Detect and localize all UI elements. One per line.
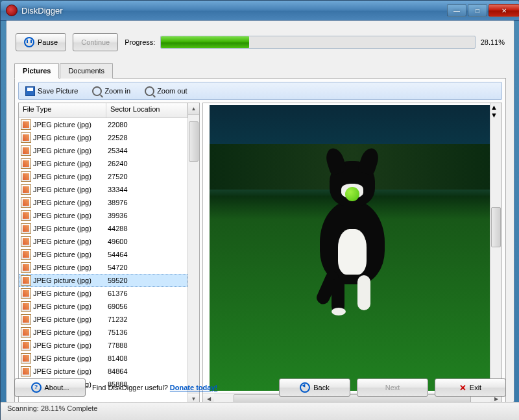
titlebar[interactable]: DiskDigger — □ ✕ — [1, 1, 519, 21]
col-header-sector[interactable]: Sector Location — [106, 103, 187, 117]
sector-cell: 59520 — [104, 277, 187, 284]
minimize-button[interactable]: — — [447, 4, 466, 17]
tab-documents[interactable]: Documents — [60, 63, 113, 79]
file-icon — [21, 145, 31, 156]
file-row[interactable]: JPEG picture (jpg)44288 — [19, 222, 187, 235]
donate-prompt: Find DiskDigger useful? Donate today! — [92, 384, 217, 391]
progress-label: Progress: — [125, 38, 155, 46]
continue-button[interactable]: Continue — [73, 33, 118, 51]
scroll-up-icon[interactable]: ▲ — [490, 103, 501, 111]
close-button[interactable]: ✕ — [489, 4, 519, 17]
file-type-cell: JPEG picture (jpg) — [33, 199, 91, 206]
sector-cell: 39936 — [104, 212, 187, 219]
scroll-up-icon[interactable]: ▲ — [188, 103, 199, 115]
file-row[interactable]: JPEG picture (jpg)27520 — [19, 170, 187, 183]
file-type-cell: JPEG picture (jpg) — [33, 328, 91, 336]
tab-content: Save Picture Zoom in Zoom out File Type — [14, 79, 506, 409]
scroll-thumb[interactable] — [491, 207, 501, 247]
sector-cell: 44288 — [104, 225, 187, 232]
donate-link[interactable]: Donate today! — [170, 384, 217, 391]
file-row[interactable]: JPEG picture (jpg)38976 — [19, 196, 187, 209]
file-icon — [21, 353, 31, 364]
file-row[interactable]: JPEG picture (jpg)22528 — [19, 131, 187, 144]
file-icon — [21, 366, 31, 377]
file-icon — [21, 236, 31, 247]
sector-cell: 54720 — [104, 264, 187, 271]
file-row[interactable]: JPEG picture (jpg)75136 — [19, 326, 187, 339]
scroll-thumb[interactable] — [189, 121, 199, 162]
file-row[interactable]: JPEG picture (jpg)33344 — [19, 183, 187, 196]
zoom-in-button[interactable]: Zoom in — [90, 85, 133, 97]
file-icon — [21, 314, 31, 325]
file-type-cell: JPEG picture (jpg) — [33, 147, 91, 154]
back-button[interactable]: Back — [279, 378, 350, 397]
save-picture-button[interactable]: Save Picture — [23, 85, 80, 97]
file-icon — [21, 301, 31, 312]
file-row[interactable]: JPEG picture (jpg)69056 — [19, 300, 187, 313]
list-scrollbar[interactable]: ▲ ▼ — [187, 103, 199, 404]
sector-cell: 49600 — [104, 238, 187, 245]
next-button[interactable]: Next — [357, 378, 428, 397]
file-icon — [21, 171, 31, 182]
file-icon — [21, 210, 31, 221]
status-bar: Scanning: 28.11% Complete — [1, 402, 519, 420]
scroll-down-icon[interactable]: ▼ — [490, 111, 501, 119]
status-text: Scanning: 28.11% Complete — [7, 404, 97, 412]
col-header-filetype[interactable]: File Type — [19, 103, 106, 117]
file-type-cell: JPEG picture (jpg) — [33, 173, 91, 180]
file-type-cell: JPEG picture (jpg) — [33, 264, 91, 271]
file-row[interactable]: JPEG picture (jpg)61376 — [19, 287, 187, 300]
pause-button[interactable]: Pause — [16, 33, 66, 51]
file-row[interactable]: JPEG picture (jpg)71232 — [19, 313, 187, 326]
exit-button[interactable]: ✕ Exit — [435, 378, 506, 397]
about-button[interactable]: ? About... — [14, 378, 86, 397]
maximize-button[interactable]: □ — [468, 4, 487, 17]
file-type-cell: JPEG picture (jpg) — [33, 134, 91, 142]
exit-icon: ✕ — [459, 383, 466, 393]
preview-pane: ▲ ▼ ◀ ▶ — [202, 103, 502, 405]
file-row[interactable]: JPEG picture (jpg)77888 — [19, 339, 187, 352]
file-row[interactable]: JPEG picture (jpg)22080 — [19, 118, 187, 131]
file-row[interactable]: JPEG picture (jpg)54464 — [19, 248, 187, 261]
back-icon — [300, 382, 310, 393]
preview-v-scrollbar[interactable]: ▲ ▼ — [490, 103, 501, 393]
sector-cell: 81408 — [104, 354, 187, 362]
file-type-cell: JPEG picture (jpg) — [33, 367, 91, 375]
file-row[interactable]: JPEG picture (jpg)54720 — [19, 261, 187, 274]
file-type-cell: JPEG picture (jpg) — [33, 238, 91, 245]
file-row[interactable]: JPEG picture (jpg)59520 — [19, 274, 187, 287]
file-row[interactable]: JPEG picture (jpg)84864 — [19, 365, 187, 378]
file-icon — [21, 262, 31, 273]
sector-cell: 33344 — [104, 186, 187, 193]
file-row[interactable]: JPEG picture (jpg)26240 — [19, 157, 187, 170]
file-row[interactable]: JPEG picture (jpg)39936 — [19, 209, 187, 222]
client-area: Pause Continue Progress: 28.11% Pictures… — [6, 20, 514, 402]
tab-pictures[interactable]: Pictures — [14, 63, 59, 79]
file-row[interactable]: JPEG picture (jpg)81408 — [19, 352, 187, 365]
file-icon — [21, 223, 31, 234]
pause-icon — [24, 37, 34, 47]
file-icon — [21, 197, 31, 208]
file-icon — [21, 249, 31, 260]
sector-cell: 22528 — [104, 134, 187, 142]
progress-fill — [161, 36, 249, 48]
file-type-cell: JPEG picture (jpg) — [33, 315, 91, 323]
file-icon — [21, 132, 31, 143]
app-icon — [6, 5, 18, 16]
sector-cell: 71232 — [104, 315, 187, 323]
sector-cell: 77888 — [104, 341, 187, 349]
file-type-cell: JPEG picture (jpg) — [33, 121, 91, 129]
file-list: File Type Sector Location JPEG picture (… — [18, 103, 200, 405]
sector-cell: 25344 — [104, 147, 187, 154]
zoom-out-icon — [145, 86, 154, 96]
preview-image — [203, 103, 501, 393]
file-icon — [21, 119, 31, 130]
file-type-cell: JPEG picture (jpg) — [33, 186, 91, 193]
sector-cell: 69056 — [104, 303, 187, 310]
sector-cell: 75136 — [104, 328, 187, 336]
file-type-cell: JPEG picture (jpg) — [33, 277, 91, 284]
progress-bar — [160, 36, 475, 49]
file-row[interactable]: JPEG picture (jpg)49600 — [19, 235, 187, 248]
file-row[interactable]: JPEG picture (jpg)25344 — [19, 144, 187, 157]
zoom-out-button[interactable]: Zoom out — [142, 85, 189, 97]
